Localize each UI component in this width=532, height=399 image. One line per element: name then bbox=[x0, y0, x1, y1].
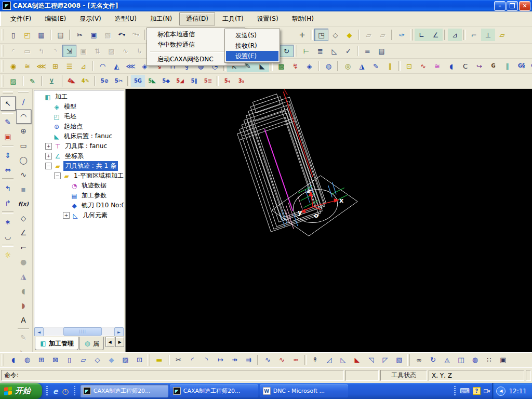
submenu-item-settings[interactable]: 设置(E) bbox=[226, 51, 278, 61]
ellipse-tool-button[interactable]: ◯ bbox=[16, 153, 31, 167]
blob-tool-button[interactable]: ● bbox=[16, 255, 31, 269]
open-file-button[interactable]: ◰ bbox=[20, 29, 34, 41]
glove-tool-button[interactable]: ◖ bbox=[16, 284, 31, 298]
coord-corner-button[interactable]: ⌐ bbox=[467, 29, 481, 41]
dim-box-button[interactable]: ⇔ bbox=[1, 163, 16, 177]
surf-fold-button[interactable]: ◆ bbox=[104, 354, 118, 366]
axis5-brush-button[interactable]: 5◆ bbox=[159, 75, 173, 87]
command-input[interactable]: 命令: bbox=[1, 370, 344, 381]
basin-tool-button[interactable]: ◡ bbox=[1, 229, 16, 244]
g-spring-button[interactable]: G§ bbox=[514, 60, 528, 72]
curtain-lines-button[interactable]: ∥ bbox=[500, 60, 514, 72]
fold-arrow-button[interactable]: ◸ bbox=[378, 354, 392, 366]
taskbar-task-0[interactable]: ◤CAXA制造工程师20... bbox=[80, 384, 168, 397]
shell-red-tool-button[interactable]: ◗ bbox=[16, 298, 31, 313]
lamp-swap-button[interactable]: ☼ bbox=[1, 248, 16, 262]
zoom-probe-button[interactable]: ✑ bbox=[395, 29, 409, 41]
axis5-cut-button[interactable]: 5✂ bbox=[112, 75, 126, 87]
rough-tool-button[interactable]: ⊿ bbox=[76, 60, 90, 72]
tree-item-machining-root[interactable]: ◧加工 bbox=[34, 92, 124, 102]
collapse-icon[interactable]: − bbox=[54, 172, 61, 179]
link-circles-button[interactable]: ∞ bbox=[412, 354, 426, 366]
menu-item-4[interactable]: 加工(N) bbox=[144, 13, 178, 25]
join-blue-button[interactable]: ∿ bbox=[261, 354, 275, 366]
surf-box-a-button[interactable]: ⊞ bbox=[34, 354, 48, 366]
expand-icon[interactable]: + bbox=[45, 153, 52, 159]
start-button[interactable]: 开始 bbox=[0, 383, 42, 399]
clock-launch-icon[interactable]: ◷ bbox=[62, 387, 69, 395]
axis5-wedge-button[interactable]: 5◣ bbox=[145, 75, 159, 87]
spiral-square-button[interactable]: ⊡ bbox=[402, 60, 416, 72]
help-tray-icon[interactable]: ? bbox=[473, 387, 481, 395]
tree-item-folder[interactable]: −▰1-平面区域粗加工 bbox=[34, 171, 124, 181]
tree-item-folder[interactable]: −▰刀具轨迹 : 共 1 条 bbox=[34, 161, 124, 171]
viewport-canvas[interactable]: z y x o bbox=[125, 89, 532, 352]
print-button[interactable]: ▤ bbox=[54, 29, 68, 41]
cut-tree-button[interactable]: ↟ bbox=[308, 354, 322, 366]
rect-tool-button[interactable]: ▭ bbox=[16, 138, 31, 153]
close-button[interactable]: ✕ bbox=[519, 1, 530, 11]
keyboard-tray-icon[interactable]: ⌨ bbox=[460, 387, 470, 395]
coord-double-button[interactable]: ⊥ bbox=[481, 29, 495, 41]
view-wireframe-button[interactable]: ◳ bbox=[314, 29, 328, 41]
polygon-tool-button[interactable]: ◇ bbox=[16, 211, 31, 225]
join-red-button[interactable]: ∿ bbox=[275, 354, 289, 366]
measure-ruler-button[interactable]: ≣ bbox=[313, 45, 327, 57]
pointer-button[interactable]: ↖ bbox=[1, 96, 16, 111]
five-to-four-button[interactable]: 5₄ bbox=[220, 75, 234, 87]
measure-coord-button[interactable]: ⊢ bbox=[299, 45, 313, 57]
g01-bell-button[interactable]: G bbox=[486, 60, 500, 72]
new-file-button[interactable]: ▯ bbox=[6, 29, 20, 41]
sketch-pencil-button[interactable]: ✎ bbox=[1, 115, 16, 129]
axis4-a-button[interactable]: 4◣ bbox=[64, 75, 78, 87]
tree-item-geometry[interactable]: +◺几何元素 bbox=[34, 210, 124, 220]
fillet-a-button[interactable]: ◜ bbox=[185, 354, 200, 366]
fold-c-button[interactable]: ◹ bbox=[364, 354, 378, 366]
collapse-icon[interactable]: − bbox=[45, 163, 52, 169]
doc-edit-button[interactable]: ▤ bbox=[375, 45, 389, 57]
image-tool-button[interactable]: ▣ bbox=[1, 129, 16, 144]
scroll-thumb[interactable]: |||| bbox=[63, 327, 102, 336]
rough-grid-button[interactable]: ⊞ bbox=[48, 60, 62, 72]
menu-item-0[interactable]: 文件(F) bbox=[4, 13, 37, 25]
bell-pin-button[interactable]: ◍ bbox=[468, 354, 482, 366]
sketch-select-button[interactable]: ⇲ bbox=[62, 45, 76, 57]
coord-xz-button[interactable]: ∟ bbox=[415, 29, 429, 41]
corner-bold-tool-button[interactable]: ⌐ bbox=[16, 240, 31, 255]
copy-button[interactable]: ▣ bbox=[87, 29, 101, 41]
taskbar-task-1[interactable]: ◤CAXA制造工程师20... bbox=[170, 384, 258, 397]
probe-tool-button[interactable]: ↯ bbox=[288, 60, 302, 72]
surf-flat-button[interactable]: ▱ bbox=[76, 354, 90, 366]
pencil-check-button[interactable]: ✎ bbox=[369, 60, 383, 72]
view-iso-button[interactable]: ◇ bbox=[328, 29, 342, 41]
scroll-track[interactable]: |||| bbox=[44, 327, 114, 336]
ie-icon[interactable]: e bbox=[53, 387, 58, 395]
funnel-tool-button[interactable]: ⊻ bbox=[45, 75, 59, 87]
menu-item-3[interactable]: 造型(U) bbox=[109, 13, 143, 25]
slash-path-button[interactable]: ∥ bbox=[383, 60, 397, 72]
surf-hatch-button[interactable]: ▨ bbox=[118, 354, 132, 366]
tab-scroll-left-icon[interactable]: ◀ bbox=[105, 337, 114, 347]
coord-sheet-button[interactable]: ▱ bbox=[495, 29, 509, 41]
three-to-five-button[interactable]: 3₅ bbox=[234, 75, 248, 87]
menu-item-2[interactable]: 显示(V) bbox=[73, 13, 108, 25]
fold-red-button[interactable]: ◣ bbox=[350, 354, 364, 366]
surf-tilt-button[interactable]: ◇ bbox=[90, 354, 104, 366]
restore-tray-icon[interactable]: ❒▾ bbox=[484, 389, 490, 394]
tab-machining-manager[interactable]: ◧ 加工管理 bbox=[35, 337, 78, 350]
trim-scissors-button[interactable]: ✂ bbox=[171, 354, 185, 366]
snap-tool-button[interactable]: ∗ bbox=[1, 215, 16, 229]
rough-spiral-button[interactable]: ◉ bbox=[6, 60, 20, 72]
coil-path-button[interactable]: ◎ bbox=[341, 60, 355, 72]
shell-blue-button[interactable]: ◖ bbox=[444, 60, 458, 72]
segment-b-button[interactable]: ↠ bbox=[228, 354, 242, 366]
arc-tool-button[interactable]: ◠ bbox=[16, 109, 31, 124]
view-shaded-button[interactable]: ◆ bbox=[342, 29, 356, 41]
hatch-diagonal-button[interactable]: ▨ bbox=[6, 75, 20, 87]
join-cross-button[interactable]: ≈ bbox=[289, 354, 303, 366]
eraser-button[interactable]: ▬ bbox=[152, 354, 166, 366]
spline-tool-button[interactable]: ∿ bbox=[16, 167, 31, 182]
pan-view-button[interactable]: ✛ bbox=[295, 29, 309, 41]
surf-cage-button[interactable]: ▯ bbox=[62, 354, 76, 366]
tab-properties[interactable]: ◍ 属 bbox=[79, 337, 104, 350]
